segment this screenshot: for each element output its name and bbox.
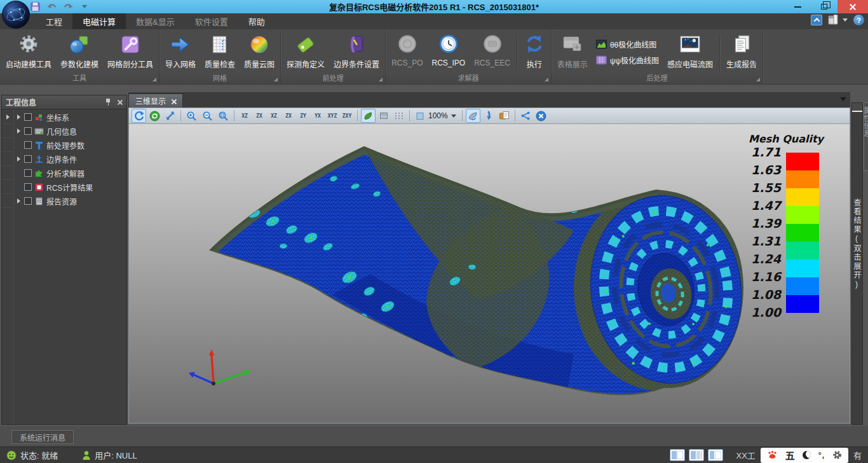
psi-polarization-curve-button[interactable]: ψψ极化曲线图 [596,55,659,66]
layout-left-button[interactable] [670,449,685,461]
close-button[interactable] [837,0,868,13]
theta-polarization-curve-button[interactable]: θθ极化曲线图 [596,39,659,50]
rcs-po-button[interactable]: RCS_PO [387,31,427,73]
zoom-out-button[interactable] [200,109,215,123]
checkbox[interactable] [24,197,32,205]
redo-button[interactable] [62,1,74,11]
checkbox[interactable] [24,169,32,177]
rcs-eec-button[interactable]: RCS_EEC [470,31,515,73]
checkbox[interactable] [24,183,32,191]
blue-down-arrow-icon [484,111,493,121]
collapse-ribbon-button[interactable] [811,15,822,25]
expand-icon[interactable] [17,198,20,204]
points-render-button[interactable] [392,109,406,123]
dialog-launcher-icon[interactable] [274,78,278,81]
ime-paw-icon[interactable] [767,450,778,460]
quick-access-dropdown[interactable] [79,1,90,11]
checkbox[interactable] [24,155,32,163]
orbit-rotate-button[interactable] [132,109,146,123]
rcs-ipo-button[interactable]: RCS_IPO [427,31,470,73]
row-indicator-icon [6,114,10,120]
spin-view-button[interactable] [466,109,480,123]
tab-data-display[interactable]: 数据&显示 [126,13,185,29]
properties-panel-tab[interactable]: 属性信息 [864,102,868,171]
parametric-modeling-button[interactable]: 参数化建模 [56,31,103,73]
ime-mode-button[interactable]: 五 [785,448,795,462]
detect-angle-define-button[interactable]: 探测角定义 [282,31,329,73]
help-button[interactable]: ? [853,15,864,25]
tab-em-computation[interactable]: 电磁计算 [72,13,126,29]
view-orientation-button-1[interactable]: XZ [238,109,252,123]
drop-down-view-button[interactable] [482,109,496,123]
viewport-3d-canvas[interactable]: Mesh Quality 1.711.631.551.471.391.311.2… [128,124,850,424]
zoom-in-button[interactable] [184,109,199,123]
view-orientation-button-4[interactable]: ZX [281,109,295,123]
view-orientation-button-6[interactable]: YX [311,109,325,123]
checkbox[interactable] [24,113,32,121]
checkbox[interactable] [24,141,32,149]
induced-current-map-button[interactable]: 感应电磁流图 [663,31,717,73]
tree-item-coordinate-system[interactable]: 坐标系 [14,110,126,124]
collapsed-results-panel[interactable]: 查看结果(双击展开) [851,102,863,425]
window-style-button[interactable] [828,15,848,25]
flat-render-button[interactable] [377,109,391,123]
boundary-condition-settings-button[interactable]: 边界条件设置 [329,31,384,73]
save-button[interactable] [29,1,41,11]
zoom-level-dropdown[interactable]: 100% [413,109,459,123]
minimize-button[interactable] [784,0,811,13]
checkbox[interactable] [24,127,32,135]
generate-report-button[interactable]: 生成报告 [722,31,761,73]
ime-gear-icon[interactable] [832,450,842,460]
import-mesh-button[interactable]: 导入网格 [161,31,200,73]
expand-icon[interactable] [17,156,20,162]
view-orientation-button-5[interactable]: ZY [296,109,310,123]
undo-button[interactable] [46,1,57,11]
launch-modeling-tool-button[interactable]: 启动建模工具 [1,31,56,73]
expand-icon[interactable] [17,114,20,120]
quality-cloudmap-button[interactable]: 质量云图 [240,31,279,73]
tab-list-dropdown-icon[interactable] [840,97,846,101]
tree-item-analysis-solver[interactable]: 分析求解器 [14,166,126,180]
ime-punctuation-button[interactable]: °, [818,451,825,460]
view-orientation-button-2[interactable]: ZX [252,109,266,123]
panel-close-icon[interactable] [117,99,123,105]
tree-item-geometry-info[interactable]: 几何信息 [14,124,126,138]
quality-check-button[interactable]: 质量检查 [200,31,240,73]
share-export-button[interactable] [519,109,532,123]
pan-button[interactable] [163,109,177,123]
tab-help[interactable]: 帮助 [238,13,275,29]
legend-value-label: 1.00 [744,305,781,319]
tree-item-boundary-condition[interactable]: 边界条件 [14,152,126,166]
ime-fullhalf-moon-icon[interactable] [803,451,811,459]
dialog-launcher-icon[interactable] [756,78,760,81]
system-messages-tab[interactable]: 系统运行消息 [11,430,74,444]
tab-close-icon[interactable] [171,99,176,104]
ribbon-right-controls: ? [811,15,864,25]
table-display-button[interactable]: 表格展示 [553,31,592,73]
pin-icon[interactable] [105,99,111,106]
tree-item-report-resources[interactable]: 报告资源 [14,194,126,208]
tree-item-preprocess-params[interactable]: 前处理参数 [14,138,126,152]
view-orientation-button-8[interactable]: ZXY [340,109,354,123]
tab-software-settings[interactable]: 软件设置 [185,13,238,29]
layout-right-button[interactable] [708,449,723,461]
sync-view-button[interactable] [147,109,162,123]
capture-window-button[interactable] [497,109,512,123]
dialog-launcher-icon[interactable] [153,78,156,81]
execute-button[interactable]: 执行 [519,31,550,73]
restore-button[interactable] [811,0,837,13]
close-view-button[interactable] [534,109,548,123]
mesh-partition-tool-button[interactable]: 网格剖分工具 [103,31,158,73]
dialog-launcher-icon[interactable] [545,78,548,81]
view-orientation-button-7[interactable]: XYZ [325,109,339,123]
dialog-launcher-icon[interactable] [379,78,383,81]
view-orientation-button-3[interactable]: XZ [267,109,281,123]
layout-middle-button[interactable] [689,449,704,461]
project-info-panel: 工程信息 坐标系 [1,95,127,425]
expand-icon[interactable] [17,128,20,134]
tab-project[interactable]: 工程 [36,13,72,29]
tree-item-rcs-results[interactable]: RCS计算结果 [14,180,126,194]
tab-3d-display[interactable]: 三维显示 [128,93,183,107]
shaded-render-button[interactable] [361,109,376,123]
zoom-fit-button[interactable] [216,109,231,123]
